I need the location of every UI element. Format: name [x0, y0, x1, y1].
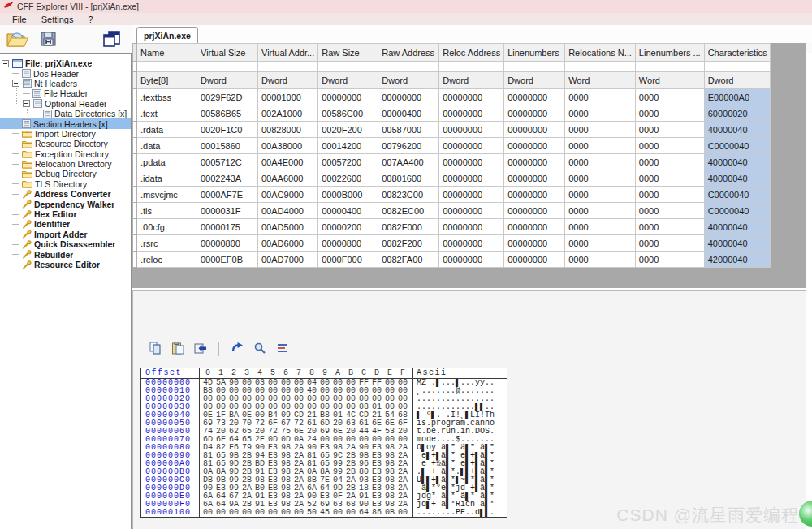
hex-ascii[interactable]: Û▌▌+▌ã▌*▌~▌*▌ã▌*: [412, 476, 507, 484]
tree-item-relocation-directory[interactable]: Relocation Directory: [0, 159, 131, 169]
hex-bytes[interactable]: 00000000000000005045000064860B00: [200, 509, 412, 517]
grid-cell[interactable]: .00cfg: [137, 219, 197, 235]
grid-cell[interactable]: 00000400: [318, 203, 378, 219]
grid-cell[interactable]: 00586B65: [197, 105, 258, 122]
grid-cell[interactable]: 0000: [635, 138, 704, 154]
grid-cell[interactable]: 0000: [635, 105, 704, 122]
menu-settings[interactable]: Settings: [34, 15, 81, 24]
copy-button[interactable]: [148, 342, 162, 356]
column-header-reloc-address[interactable]: Reloc Address: [439, 44, 504, 62]
grid-cell[interactable]: 0000: [565, 187, 636, 203]
grid-cell[interactable]: 00000000: [504, 219, 565, 235]
grid-cell[interactable]: C0000040: [704, 187, 771, 203]
grid-cell[interactable]: 00014200: [318, 138, 378, 154]
column-header-linenumbers[interactable]: Linenumbers ...: [635, 44, 704, 62]
grid-cell[interactable]: 00000000: [504, 235, 565, 252]
grid-cell[interactable]: 0000B000: [318, 187, 378, 203]
grid-cell[interactable]: 00823C00: [378, 187, 439, 203]
hex-ascii[interactable]: e +½ã▌* e▌+▌ã▌*: [412, 460, 507, 468]
grid-cell[interactable]: 00586C00: [318, 105, 378, 122]
grid-cell[interactable]: .pdata: [137, 154, 197, 170]
save-button[interactable]: [36, 28, 60, 50]
grid-cell[interactable]: 00AD6000: [258, 235, 318, 252]
grid-cell[interactable]: 00000000: [439, 252, 504, 268]
column-header-raw-size[interactable]: Raw Size: [318, 44, 378, 62]
grid-cell[interactable]: 0002243A: [197, 170, 258, 187]
tree-item-address-converter[interactable]: Address Converter: [0, 189, 131, 199]
tree-item-file-header[interactable]: File Header: [0, 88, 131, 98]
grid-cell[interactable]: 0000: [565, 252, 636, 268]
grid-cell[interactable]: 00000400: [378, 105, 439, 122]
hex-ascii[interactable]: ................: [412, 395, 507, 403]
goto-button[interactable]: [193, 342, 208, 356]
grid-cell[interactable]: .reloc: [137, 252, 197, 268]
grid-cell[interactable]: 0020F1C0: [197, 122, 258, 138]
hex-ascii[interactable]: mode....$.......: [412, 436, 507, 444]
grid-cell[interactable]: 0000F000: [318, 252, 378, 268]
grid-cell[interactable]: 0000: [565, 122, 636, 138]
grid-cell[interactable]: 00000000: [504, 138, 565, 154]
grid-cell[interactable]: 00015860: [197, 138, 258, 154]
grid-cell[interactable]: 00000000: [439, 170, 504, 187]
grid-cell[interactable]: 0000: [635, 219, 704, 235]
grid-cell[interactable]: 00801600: [378, 170, 439, 187]
grid-cell[interactable]: 00000000: [504, 89, 565, 105]
grid-cell[interactable]: 00000000: [504, 252, 565, 268]
grid-cell[interactable]: 00000000: [504, 122, 565, 138]
grid-cell[interactable]: 00057200: [318, 154, 378, 170]
grid-cell[interactable]: .text: [137, 105, 197, 122]
grid-cell[interactable]: 00000000: [504, 154, 565, 170]
tree-item-resource-directory[interactable]: Resource Directory: [0, 139, 131, 148]
grid-cell[interactable]: 0020F200: [318, 122, 378, 138]
grid-cell[interactable]: 00000200: [318, 219, 378, 235]
grid-cell[interactable]: 0000: [635, 235, 704, 252]
hex-ascii[interactable]: .▌ +´ã▌*.▌▌+▌ã▌*: [412, 468, 507, 476]
grid-cell[interactable]: 42000040: [704, 252, 771, 268]
grid-cell[interactable]: .textbss: [137, 89, 197, 105]
column-header-raw-address[interactable]: Raw Address: [378, 44, 439, 62]
grid-cell[interactable]: 0000: [565, 138, 636, 154]
grid-cell[interactable]: .tls: [137, 203, 197, 219]
tree-item-optional-header[interactable]: Optional Header: [0, 99, 131, 109]
hex-ascii[interactable]: e▌+▌ã▌* e▌+▌ã▌*: [412, 452, 507, 460]
grid-cell[interactable]: 00AD4000: [258, 203, 318, 219]
paste-button[interactable]: [171, 342, 185, 356]
tree-item-import-adder[interactable]: Import Adder: [0, 230, 131, 239]
grid-cell[interactable]: 0000: [635, 252, 704, 268]
column-header-linenumbers[interactable]: Linenumbers: [504, 44, 565, 62]
hex-ascii[interactable]: ã▌*°ë▌*jd +▌ã▌*: [412, 484, 507, 492]
grid-cell[interactable]: 0082F200: [378, 235, 439, 252]
grid-cell[interactable]: C0000040: [704, 138, 771, 154]
grid-cell[interactable]: 00000800: [197, 235, 258, 252]
grid-cell[interactable]: 0000: [635, 122, 704, 138]
tree-item-hex-editor[interactable]: Hex Editor: [0, 209, 131, 219]
tree-item-dos-header[interactable]: Dos Header: [0, 68, 131, 78]
grid-cell[interactable]: 00000000: [439, 154, 504, 170]
grid-cell[interactable]: 0000: [635, 187, 704, 203]
grid-cell[interactable]: 00000000: [439, 187, 504, 203]
hex-ascii[interactable]: ¸.......@.......: [412, 387, 507, 395]
grid-cell[interactable]: 40000040: [704, 170, 771, 187]
grid-cell[interactable]: 00000000: [439, 235, 504, 252]
grid-cell[interactable]: 00AA6000: [258, 170, 318, 187]
menu-help[interactable]: ?: [80, 15, 100, 24]
hex-ascii[interactable]: is.program.canno: [412, 419, 507, 428]
grid-cell[interactable]: 00000000: [378, 89, 439, 105]
grid-cell[interactable]: 0000EF0B: [197, 252, 258, 268]
grid-cell[interactable]: 0000: [565, 105, 636, 122]
collapse-box-icon[interactable]: [23, 100, 32, 107]
grid-cell[interactable]: 00000800: [318, 235, 378, 252]
column-header-virtual-size[interactable]: Virtual Size: [197, 44, 258, 62]
grid-cell[interactable]: 0029F62D: [197, 89, 258, 105]
grid-cell[interactable]: .idata: [137, 170, 197, 187]
tree-item-resource-editor[interactable]: Resource Editor: [0, 260, 131, 269]
hex-ascii[interactable]: jdg*´ã▌* ã▌*´ã▌*: [412, 492, 507, 501]
tab-prjxian-exe[interactable]: prjXiAn.exe: [136, 27, 198, 43]
grid-cell[interactable]: .rsrc: [137, 235, 197, 252]
grid-cell[interactable]: 40000040: [704, 219, 771, 235]
grid-cell[interactable]: 00AD5000: [258, 219, 318, 235]
menu-file[interactable]: File: [5, 15, 34, 24]
grid-cell[interactable]: 0000AF7E: [197, 187, 258, 203]
grid-cell[interactable]: 0000: [565, 203, 636, 219]
grid-cell[interactable]: 00000175: [197, 219, 258, 235]
